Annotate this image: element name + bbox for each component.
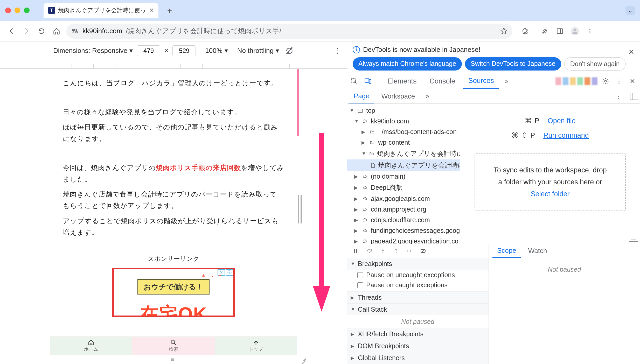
chevron-down-icon: ▾ — [129, 47, 133, 55]
chrome-menu-button[interactable] — [585, 26, 595, 36]
select-folder-link[interactable]: Select folder — [531, 190, 569, 198]
browser-tab[interactable]: T 焼肉きんぐアプリを会計時に使っ ✕ — [44, 3, 158, 18]
threads-section[interactable]: ▶Threads — [347, 292, 489, 303]
switch-language-button[interactable]: Switch DevTools to Japanese — [465, 57, 561, 71]
gear-icon[interactable] — [600, 76, 611, 87]
expand-tabs-button[interactable]: ⌄ — [625, 6, 635, 15]
open-file-link[interactable]: Open file — [548, 117, 576, 125]
device-toolbar-menu-button[interactable]: ⋮ — [334, 46, 341, 55]
resize-handle-corner[interactable] — [298, 355, 306, 363]
file-navigator-tree[interactable]: ▼top ▼kk90info.com ▶_/mss/boq-content-ad… — [347, 104, 460, 244]
tree-item-cloud[interactable]: ▶pagead2.googlesyndication.co — [347, 236, 460, 244]
pause-caught-checkbox[interactable]: Pause on caught exceptions — [357, 281, 485, 289]
devtools-close-icon[interactable]: ✕ — [627, 76, 638, 87]
subtabs-overflow-icon[interactable]: » — [422, 92, 433, 100]
svg-rect-1 — [75, 32, 78, 33]
toggle-device-icon[interactable] — [363, 76, 373, 87]
forward-button[interactable] — [21, 26, 32, 36]
step-out-icon[interactable] — [392, 248, 400, 254]
tab-console[interactable]: Console — [425, 73, 461, 89]
rotate-icon[interactable] — [285, 47, 294, 55]
tree-item-cloud[interactable]: ▶(no domain) — [347, 171, 460, 182]
tree-item-cloud[interactable]: ▶cdn.ampproject.org — [347, 204, 460, 215]
annotation-arrow — [311, 133, 332, 312]
infobar-close-button[interactable]: ✕ — [628, 48, 634, 56]
device-frame[interactable]: こんにちは、当ブログ「ハジカラ」管理人のけーどっとけーです。 日々の様々な経験や… — [50, 69, 297, 364]
dimensions-dropdown[interactable]: Dimensions: Responsive ▾ — [53, 47, 133, 55]
tree-item-top[interactable]: ▼top — [347, 105, 460, 116]
tree-item-folder[interactable]: ▶_/mss/boq-content-ads-con — [347, 127, 460, 137]
tree-item-cloud[interactable]: ▶cdnjs.cloudflare.com — [347, 215, 460, 225]
svg-rect-17 — [365, 79, 369, 82]
home-button[interactable] — [51, 26, 62, 36]
leaf-icon[interactable] — [540, 26, 550, 36]
paragraph: ほぼ毎日更新しているので、その他の記事も見ていただけると励みになります。 — [63, 121, 284, 144]
match-language-button[interactable]: Always match Chrome's language — [353, 57, 462, 71]
tree-item-domain[interactable]: ▼kk90info.com — [347, 116, 460, 127]
subtab-workspace[interactable]: Workspace — [377, 89, 420, 103]
devtools-menu-icon[interactable]: ⋮ — [614, 76, 624, 87]
run-command-link[interactable]: Run command — [543, 131, 589, 139]
nav-top[interactable]: トップ — [215, 337, 297, 355]
subtabs-menu-icon[interactable]: ⋮ — [614, 92, 624, 100]
dom-breakpoints-section[interactable]: ▶DOM Breakpoints — [347, 340, 489, 352]
deactivate-breakpoints-icon[interactable] — [419, 248, 427, 254]
zoom-dropdown[interactable]: 100% ▾ — [205, 47, 228, 55]
breakpoints-section[interactable]: ▼Breakpoints — [347, 258, 489, 270]
ad-info-icon[interactable]: ⓘ — [226, 269, 233, 276]
step-over-icon[interactable] — [365, 248, 373, 254]
tab-sources[interactable]: Sources — [463, 73, 499, 89]
tree-item-folder[interactable]: ▼焼肉きんぐアプリを会計時に使 — [347, 148, 460, 159]
tree-item-cloud[interactable]: ▶fundingchoicesmessages.goog — [347, 225, 460, 236]
minimize-window-button[interactable] — [15, 8, 20, 13]
inspect-element-icon[interactable] — [349, 76, 360, 87]
pause-icon[interactable] — [352, 248, 360, 254]
window-icon — [357, 108, 364, 113]
dont-show-again-button[interactable]: Don't show again — [564, 57, 626, 71]
xhr-breakpoints-section[interactable]: ▶XHR/fetch Breakpoints — [347, 328, 489, 340]
subtab-page[interactable]: Page — [349, 89, 374, 103]
svg-point-3 — [76, 29, 77, 31]
site-settings-icon[interactable] — [71, 27, 79, 35]
advertisement[interactable]: ✕ⓘ ＊ ･ ⁺ おウチで働ける！ 在宅OK — [112, 268, 235, 317]
resize-handle-vertical[interactable] — [298, 195, 302, 223]
step-into-icon[interactable] — [379, 248, 387, 254]
nav-search[interactable]: 検索 — [132, 337, 215, 355]
nav-home[interactable]: ホーム — [50, 337, 132, 355]
back-button[interactable] — [6, 26, 17, 36]
tree-item-file[interactable]: 焼肉きんぐアプリを会計時に — [347, 159, 460, 171]
device-height-input[interactable] — [172, 45, 196, 56]
tree-item-folder[interactable]: ▶wp-content — [347, 137, 460, 148]
throttling-dropdown[interactable]: No throttling ▾ — [237, 47, 279, 55]
omnibox[interactable]: kk90info.com/焼肉きんぐアプリを会計時に使って焼肉ポリス手/ — [66, 24, 512, 39]
tab-scope[interactable]: Scope — [492, 244, 521, 258]
step-icon[interactable] — [406, 248, 414, 254]
sidepanel-icon[interactable] — [555, 26, 565, 36]
tab-elements[interactable]: Elements — [382, 73, 422, 89]
scrollbar-thumb[interactable] — [297, 69, 299, 136]
bottom-navigation: ホーム 検索 トップ — [50, 337, 297, 355]
file-icon — [370, 163, 375, 168]
toggle-navigator-icon[interactable] — [630, 93, 638, 100]
close-tab-button[interactable]: ✕ — [149, 7, 154, 14]
maximize-window-button[interactable] — [24, 8, 30, 13]
extensions-icon[interactable] — [520, 26, 530, 36]
close-window-button[interactable] — [5, 8, 11, 13]
arrow-up-icon — [253, 339, 259, 346]
workspace-drop-zone[interactable]: To sync edits to the workspace, drop a f… — [475, 153, 625, 211]
drag-handle[interactable]: ≡ — [50, 355, 297, 364]
tree-item-cloud[interactable]: ▶ajax.googleapis.com — [347, 193, 460, 204]
tree-item-cloud[interactable]: ▶DeepL翻訳 — [347, 182, 460, 193]
profile-avatar[interactable] — [570, 26, 580, 36]
new-tab-button[interactable]: ＋ — [162, 5, 177, 16]
tab-watch[interactable]: Watch — [524, 244, 552, 258]
callstack-section[interactable]: ▼Call Stack — [347, 304, 489, 315]
toggle-drawer-icon[interactable] — [629, 234, 638, 242]
pause-uncaught-checkbox[interactable]: Pause on uncaught exceptions — [357, 271, 485, 279]
devtools-tabbar: Elements Console Sources » ⋮ ✕ — [347, 73, 640, 89]
tabs-overflow-icon[interactable]: » — [502, 77, 511, 85]
reload-button[interactable] — [36, 26, 47, 36]
bookmark-star-icon[interactable] — [500, 27, 508, 35]
device-width-input[interactable] — [137, 45, 160, 56]
global-listeners-section[interactable]: ▶Global Listeners — [347, 352, 489, 364]
